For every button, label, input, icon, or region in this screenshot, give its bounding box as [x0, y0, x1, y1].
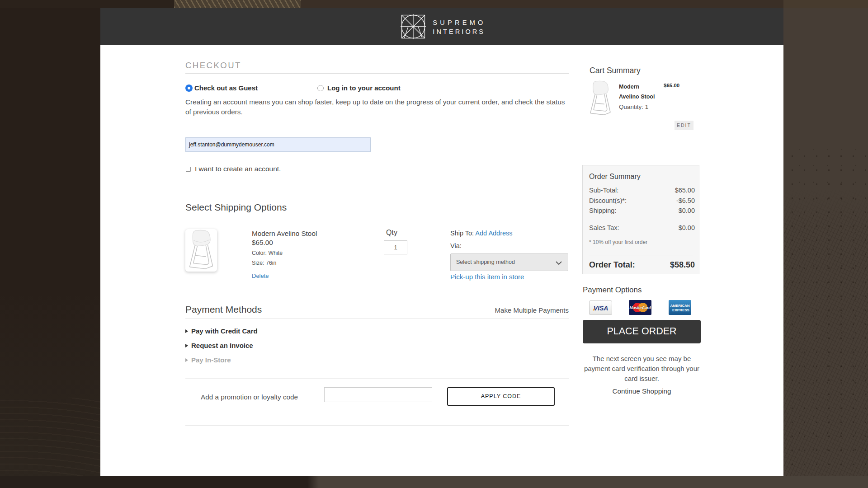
svg-text:VISA: VISA [594, 305, 609, 312]
svg-text:AMERICAN: AMERICAN [670, 304, 689, 308]
svg-text:MasterCard: MasterCard [630, 305, 651, 310]
svg-text:EXPRESS: EXPRESS [672, 308, 689, 312]
